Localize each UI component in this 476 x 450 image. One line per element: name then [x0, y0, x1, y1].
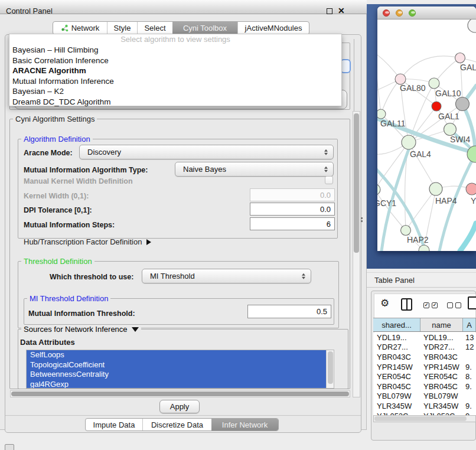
which-threshold-select[interactable]: MI Threshold: [142, 269, 311, 283]
sources-title: Sources for Network Inference: [24, 325, 128, 334]
table-row[interactable]: YBL079WYBL079W: [373, 392, 476, 402]
gear-icon[interactable]: ⚙: [380, 297, 389, 309]
table-row[interactable]: YLR345WYLR345W9.: [373, 401, 476, 411]
network-window: GALGAL80GAL10GAL1GAL11SWI4GAL4GCY1HAP4YH…: [377, 6, 476, 251]
tab-cyni-toolbox-label: Cyni Toolbox: [183, 24, 227, 32]
network-node-label: GAL80: [400, 83, 426, 93]
tab-style[interactable]: Style: [107, 22, 137, 34]
list-scrollbar[interactable]: [326, 350, 334, 388]
network-node[interactable]: [377, 109, 386, 119]
column-header-partial[interactable]: A: [463, 318, 476, 331]
mi-steps-label: Mutual Information Steps:: [24, 221, 115, 229]
apply-button[interactable]: Apply: [159, 400, 200, 413]
algorithm-option[interactable]: Basic Correlation Inference: [9, 56, 341, 66]
mi-threshold-input[interactable]: [247, 305, 331, 318]
close-traffic-light-icon[interactable]: [383, 9, 390, 17]
tab-select[interactable]: Select: [137, 22, 172, 34]
algorithm-definition-title: Algorithm Definition: [21, 135, 93, 144]
table-cell: YBR045C: [420, 382, 463, 391]
dpi-tolerance-input[interactable]: [250, 203, 335, 216]
float-window-icon[interactable]: [327, 8, 332, 14]
select-all-columns-icon[interactable]: ✓ ✓: [423, 302, 438, 308]
bottom-tabbar: Impute Data Discretize Data Infer Networ…: [85, 418, 279, 431]
table-row[interactable]: YDL19...YDL19...13: [373, 332, 476, 343]
table-row[interactable]: YPR145WYPR145W9.: [373, 362, 476, 372]
network-canvas[interactable]: GALGAL80GAL10GAL1GAL11SWI4GAL4GCY1HAP4YH…: [377, 19, 476, 251]
algorithm-dropdown-popup: Select algorithm to view settings Bayesi…: [9, 34, 342, 106]
control-panel-titlebar[interactable]: Control Panel: [0, 0, 367, 14]
table-row[interactable]: YER054CYER054C8.: [373, 371, 476, 381]
network-node[interactable]: [377, 184, 380, 195]
table-cell: YLR345W: [420, 402, 463, 410]
sources-toggle[interactable]: Sources for Network Inference: [21, 325, 141, 334]
network-node[interactable]: [402, 135, 416, 149]
minimize-traffic-light-icon[interactable]: [396, 9, 403, 17]
tab-discretize-data[interactable]: Discretize Data: [142, 419, 211, 431]
tab-jactivemnodules[interactable]: jActiveMNodules: [237, 22, 309, 34]
network-node[interactable]: [466, 183, 476, 195]
algorithm-option[interactable]: Dream8 DC_TDC Algorithm: [9, 97, 341, 107]
manual-kernel-width-checkbox[interactable]: [325, 176, 333, 184]
network-node[interactable]: [468, 19, 476, 32]
scrollpane-border: [354, 39, 354, 112]
network-node[interactable]: [429, 78, 439, 89]
table-cell: 13: [463, 333, 476, 342]
table-row[interactable]: YBR043CYBR043C: [373, 352, 476, 362]
tab-network[interactable]: Network: [53, 22, 107, 34]
network-node[interactable]: [456, 97, 470, 111]
table-cell: YBR045C: [373, 382, 420, 391]
network-node[interactable]: [455, 53, 465, 63]
data-attribute-item[interactable]: BetweennessCentrality: [27, 370, 327, 380]
table-panel-title: Table Panel: [374, 276, 415, 285]
algorithm-option[interactable]: Mutual Information Inference: [9, 76, 341, 87]
data-attribute-item[interactable]: TopologicalCoefficient: [27, 360, 327, 370]
data-attribute-item[interactable]: SelfLoops: [27, 350, 327, 360]
table-cell: 12: [463, 343, 476, 351]
hub-transcription-factor-toggle[interactable]: Hub/Transcription Factor Definition: [24, 237, 151, 246]
table-cell: YBR043C: [420, 353, 463, 361]
network-node[interactable]: [429, 182, 442, 195]
network-node[interactable]: [419, 245, 429, 251]
table-horizontal-scrollbar-thumb[interactable]: [374, 416, 467, 421]
column-header-name[interactable]: name: [420, 318, 463, 331]
list-scrollbar-thumb[interactable]: [328, 351, 333, 384]
minimized-panel-icon[interactable]: [5, 444, 14, 450]
algorithm-option[interactable]: Bayesian – Hill Climbing: [9, 45, 341, 56]
tab-infer-network[interactable]: Infer Network: [211, 419, 278, 431]
column-header-label: name: [432, 321, 451, 330]
table-panel-titlebar[interactable]: Table Panel: [367, 272, 476, 288]
tab-impute-data[interactable]: Impute Data: [86, 419, 142, 431]
table-cell: YDL19...: [420, 333, 463, 342]
algorithm-option[interactable]: ARACNE Algorithm: [9, 66, 341, 76]
tab-select-label: Select: [144, 24, 165, 32]
data-attribute-item[interactable]: gal4RGexp: [27, 380, 327, 389]
column-layout-icon[interactable]: [401, 298, 412, 311]
network-node[interactable]: [467, 146, 476, 162]
network-node-label: HAP4: [435, 196, 457, 206]
tab-cyni-toolbox[interactable]: Cyni Toolbox: [172, 22, 237, 34]
deselect-all-columns-icon[interactable]: [447, 302, 461, 308]
splitter-handle[interactable]: [361, 217, 363, 223]
network-window-titlebar[interactable]: [377, 6, 476, 19]
document-icon[interactable]: [468, 296, 476, 309]
kernel-width-input[interactable]: [250, 188, 335, 201]
tab-impute-data-label: Impute Data: [93, 420, 135, 429]
close-icon[interactable]: ✕: [338, 6, 345, 15]
algorithm-option[interactable]: Bayesian – K2: [9, 86, 341, 97]
stepper-arrows-icon: [324, 149, 328, 155]
network-node[interactable]: [401, 226, 411, 236]
settings-horizontal-scrollbar-thumb[interactable]: [11, 392, 349, 396]
algorithm-dropdown-placeholder: Select algorithm to view settings: [9, 34, 341, 45]
network-node[interactable]: [444, 123, 457, 136]
network-node[interactable]: [432, 102, 441, 111]
column-header-shared-name[interactable]: shared...: [373, 318, 420, 331]
table-row[interactable]: YDR27...YDR27...12: [373, 343, 476, 353]
mi-steps-input[interactable]: [250, 217, 335, 230]
settings-vertical-scrollbar-thumb[interactable]: [354, 113, 359, 253]
mi-algorithm-type-select[interactable]: Naive Bayes: [175, 162, 334, 177]
table-row[interactable]: YBR045CYBR045C9.: [373, 381, 476, 392]
algorithm-option-list: Bayesian – Hill ClimbingBasic Correlatio…: [9, 45, 341, 107]
aracne-mode-select[interactable]: Discovery: [79, 145, 334, 159]
table-row[interactable]: YJL052CYJL052C9: [373, 411, 476, 415]
zoom-traffic-light-icon[interactable]: [409, 9, 416, 17]
